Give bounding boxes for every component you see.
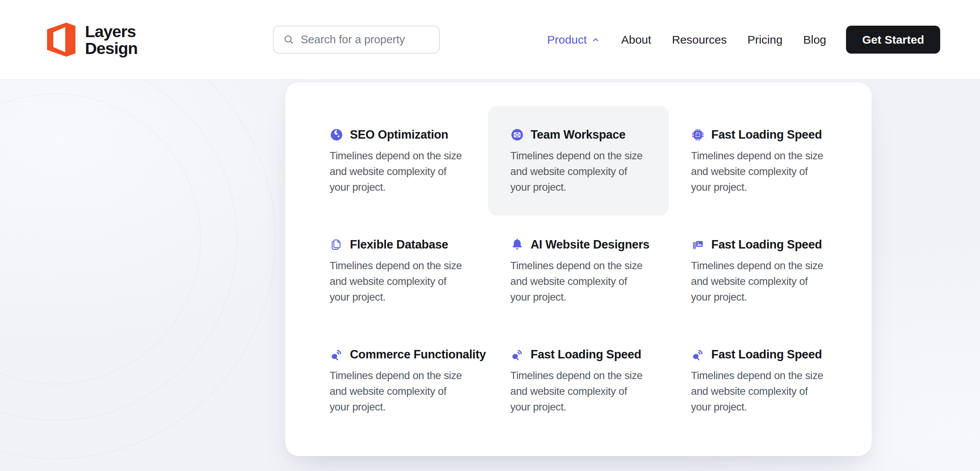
- logo[interactable]: Layers Design: [42, 21, 137, 58]
- nav-item-about[interactable]: About: [621, 33, 651, 46]
- feature-card-fast-loading-speed[interactable]: Fast Loading Speed Timelines depend on t…: [669, 325, 849, 435]
- get-started-button[interactable]: Get Started: [846, 26, 940, 54]
- feature-title: SEO Optimization: [350, 128, 448, 142]
- nav-item-blog[interactable]: Blog: [803, 33, 826, 46]
- logo-line-2: Design: [85, 40, 137, 57]
- satellite-icon: [691, 348, 705, 361]
- feature-card-ai-website-designers[interactable]: AI Website Designers Timelines depend on…: [488, 216, 669, 325]
- nav-item-resources[interactable]: Resources: [672, 33, 727, 46]
- feature-description: Timelines depend on the size and website…: [691, 368, 834, 415]
- feature-grid: SEO Optimization Timelines depend on the…: [307, 106, 849, 435]
- feature-description: Timelines depend on the size and website…: [330, 258, 473, 305]
- feature-card-commerce-functionality[interactable]: Commerce Functionality Timelines depend …: [307, 325, 488, 435]
- hero-section: SEO Optimization Timelines depend on the…: [0, 80, 980, 471]
- search-icon: [283, 34, 295, 46]
- envelope-icon: [510, 128, 524, 142]
- feature-card-team-workspace[interactable]: Team Workspace Timelines depend on the s…: [488, 106, 669, 216]
- feature-description: Timelines depend on the size and website…: [510, 148, 653, 195]
- feature-title: Team Workspace: [531, 128, 626, 142]
- feature-title: Fast Loading Speed: [711, 348, 822, 361]
- feature-title: Commerce Functionality: [350, 348, 486, 361]
- globe-icon: [330, 128, 343, 142]
- nav-item-pricing[interactable]: Pricing: [748, 33, 783, 46]
- satellite-icon: [330, 348, 343, 361]
- photos-icon: [691, 238, 705, 252]
- feature-title: AI Website Designers: [531, 238, 649, 252]
- chevron-up-icon: [591, 35, 601, 45]
- feature-card-flexible-database[interactable]: Flexible Database Timelines depend on th…: [307, 216, 488, 325]
- product-dropdown-panel: SEO Optimization Timelines depend on the…: [285, 82, 872, 456]
- pages-icon: [330, 238, 343, 252]
- feature-title: Fast Loading Speed: [531, 348, 641, 361]
- main-navigation: Product About Resources Pricing Blog: [547, 33, 826, 46]
- feature-description: Timelines depend on the size and website…: [510, 368, 653, 415]
- feature-description: Timelines depend on the size and website…: [691, 258, 834, 305]
- logo-line-1: Layers: [85, 23, 137, 40]
- feature-title: Flexible Database: [350, 238, 448, 252]
- feature-card-fast-loading-speed[interactable]: Fast Loading Speed Timelines depend on t…: [669, 216, 849, 325]
- bell-icon: [510, 238, 524, 252]
- feature-title: Fast Loading Speed: [711, 238, 822, 252]
- logo-text: Layers Design: [85, 23, 137, 57]
- feature-description: Timelines depend on the size and website…: [330, 368, 473, 415]
- nav-item-product-label: Product: [547, 33, 586, 46]
- top-navigation-bar: Layers Design Product About Resources Pr…: [0, 0, 980, 80]
- satellite-icon: [510, 348, 524, 361]
- nav-item-product[interactable]: Product: [547, 33, 600, 46]
- chip-icon: [691, 128, 705, 142]
- search-box[interactable]: [273, 26, 440, 54]
- feature-description: Timelines depend on the size and website…: [330, 148, 473, 195]
- feature-description: Timelines depend on the size and website…: [510, 258, 653, 305]
- feature-card-fast-loading-speed[interactable]: Fast Loading Speed Timelines depend on t…: [669, 106, 849, 216]
- feature-description: Timelines depend on the size and website…: [691, 148, 834, 195]
- feature-title: Fast Loading Speed: [711, 128, 822, 142]
- search-input[interactable]: [301, 33, 430, 46]
- feature-card-fast-loading-speed[interactable]: Fast Loading Speed Timelines depend on t…: [488, 325, 669, 435]
- layers-logo-icon: [42, 21, 79, 58]
- feature-card-seo-optimization[interactable]: SEO Optimization Timelines depend on the…: [307, 106, 488, 216]
